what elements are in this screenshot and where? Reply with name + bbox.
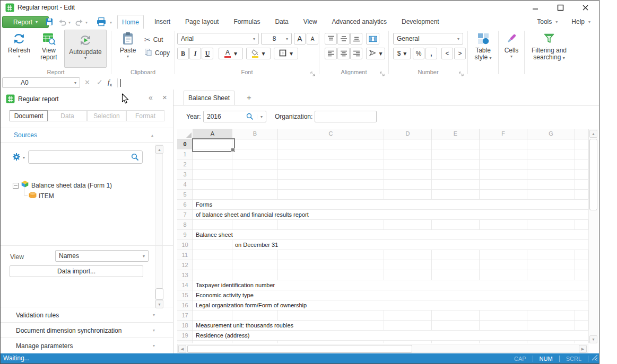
select-all-corner[interactable] (177, 129, 193, 139)
font-dialog-launcher-icon[interactable] (310, 69, 316, 74)
grid-cell[interactable] (432, 139, 480, 149)
grid-cell[interactable] (278, 260, 384, 270)
formula-input[interactable] (121, 77, 597, 88)
row-header-1[interactable]: 1 (177, 149, 193, 159)
grid-cell[interactable] (527, 260, 575, 270)
grid-cell[interactable] (232, 190, 278, 200)
collapse-panel-icon[interactable]: « (149, 93, 153, 102)
font-size-select[interactable]: 8 ▾ (261, 33, 292, 45)
row-header-19[interactable]: 19 (177, 331, 193, 341)
print-dropdown-icon[interactable]: ▾ (110, 20, 112, 25)
cancel-entry-icon[interactable]: ✕ (84, 78, 90, 86)
alignment-dialog-launcher-icon[interactable] (380, 69, 385, 74)
grid-cell[interactable] (384, 170, 432, 180)
horizontal-scrollbar-thumb[interactable] (187, 345, 412, 353)
align-center-button[interactable] (337, 48, 350, 59)
grid-cell-merged[interactable]: Forms (193, 200, 588, 210)
grid-cell[interactable] (278, 250, 384, 260)
menu-tab-page-layout[interactable]: Page layout (181, 15, 223, 29)
section-validation-rules[interactable]: Validation rules ▾ (1, 307, 173, 322)
chevron-down-icon[interactable]: ▾ (257, 114, 263, 119)
grid-cell[interactable] (575, 180, 588, 190)
row-header-9[interactable]: 9 (177, 230, 193, 240)
grid-cell[interactable] (480, 220, 527, 230)
comma-format-button[interactable]: , (425, 48, 437, 59)
grid-cell-merged[interactable]: Taxpayer identification number (193, 280, 588, 290)
grid-cell[interactable] (480, 341, 527, 343)
search-icon[interactable] (131, 153, 139, 163)
grid-cell-merged[interactable]: Legal organization form/Form of ownershi… (193, 300, 588, 310)
grid-cell[interactable] (278, 270, 384, 280)
column-header-c[interactable]: C (278, 129, 384, 139)
scroll-down-icon[interactable]: ▼ (589, 335, 597, 343)
grid-cell[interactable] (432, 159, 480, 170)
grid-cell[interactable] (480, 139, 527, 149)
name-box[interactable]: A0 ▾ (2, 77, 80, 88)
grid-cell[interactable] (575, 270, 588, 280)
copy-button[interactable]: Copy (144, 48, 170, 58)
column-header-d[interactable]: D (384, 129, 432, 139)
grid-cell[interactable] (480, 149, 527, 159)
panel-tab-document[interactable]: Document (10, 110, 48, 121)
panel-tab-format[interactable]: Format (126, 110, 164, 121)
view-report-button[interactable]: View report (34, 30, 63, 61)
percent-format-button[interactable]: % (413, 48, 424, 59)
scroll-left-icon[interactable]: ◀ (178, 345, 186, 353)
grid-cell[interactable] (232, 250, 278, 260)
grid-cell-merged[interactable]: Balance sheet (193, 230, 588, 240)
grid-cell[interactable] (193, 180, 232, 190)
filtering-searching-button[interactable]: Filtering and searching ▾ (526, 30, 572, 61)
grid-cell[interactable] (432, 170, 480, 180)
grid-cell[interactable] (232, 180, 278, 190)
grid-cell[interactable] (193, 190, 232, 200)
grid-cell[interactable] (527, 250, 575, 260)
grid-cell[interactable] (527, 170, 575, 180)
grid-cell[interactable] (527, 220, 575, 230)
scroll-up-icon[interactable]: ▲ (155, 145, 163, 154)
column-header-e[interactable]: E (432, 129, 480, 139)
grid-cell[interactable] (575, 170, 588, 180)
grid-cell[interactable] (384, 159, 432, 170)
chevron-down-icon[interactable]: ▾ (23, 155, 25, 160)
align-right-button[interactable] (350, 48, 362, 59)
grid-cell[interactable] (575, 190, 588, 200)
close-button[interactable] (578, 3, 592, 13)
row-header-17[interactable]: 17 (177, 310, 193, 321)
tree-item-child[interactable]: ITEM (39, 192, 54, 200)
grid-cell[interactable] (384, 220, 432, 230)
data-import-button[interactable]: Data import... (10, 265, 143, 277)
row-header-8[interactable]: 8 (177, 220, 193, 230)
font-family-select[interactable]: Arial ▾ (177, 33, 259, 45)
grid-cell[interactable] (384, 149, 432, 159)
row-header-4[interactable]: 4 (177, 180, 193, 190)
column-header-a[interactable]: A (193, 129, 232, 139)
grid-cell[interactable] (232, 270, 278, 280)
panel-scrollbar-thumb[interactable] (155, 288, 163, 300)
confirm-entry-icon[interactable]: ✓ (97, 78, 103, 86)
grid-cell[interactable] (432, 149, 480, 159)
grid-cell[interactable] (193, 220, 232, 230)
grid-cell[interactable] (575, 310, 588, 321)
paste-button[interactable]: Paste ▾ (116, 30, 140, 59)
view-select[interactable]: Names ▾ (55, 250, 149, 262)
align-left-button[interactable] (325, 48, 337, 59)
grid-cell-merged[interactable]: of balance sheet and financial results r… (193, 210, 588, 220)
grid-cell[interactable] (384, 260, 432, 270)
grid-cell[interactable] (193, 149, 232, 159)
grid-cell[interactable] (232, 260, 278, 270)
grid-cell[interactable] (480, 321, 527, 331)
row-header-18[interactable]: 18 (177, 321, 193, 331)
grid-cell[interactable] (384, 190, 432, 200)
grid-cell[interactable] (193, 170, 232, 180)
grid-cell[interactable] (278, 341, 384, 343)
cut-button[interactable]: ✂ Cut (144, 35, 163, 44)
grid-cell-merged[interactable]: Economic activity type (193, 290, 588, 300)
autoupdate-button[interactable]: Autoupdate ▾ (64, 30, 107, 68)
row-header-2[interactable]: 2 (177, 159, 193, 170)
grid-cell[interactable] (480, 190, 527, 200)
grid-cell[interactable] (527, 190, 575, 200)
grid-cell[interactable] (232, 170, 278, 180)
redo-button[interactable] (75, 19, 84, 28)
grid-cell[interactable] (193, 250, 232, 260)
grid-cell[interactable] (480, 180, 527, 190)
